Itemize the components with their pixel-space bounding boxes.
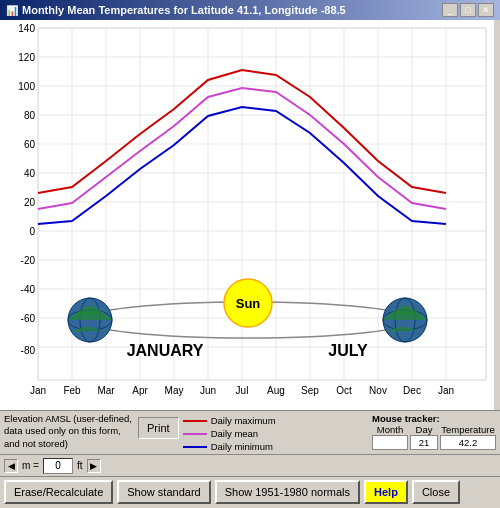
svg-text:Nov: Nov	[369, 385, 387, 396]
svg-text:80: 80	[24, 110, 36, 121]
ft-label: ft	[77, 460, 83, 471]
svg-text:140: 140	[18, 23, 35, 34]
m-input[interactable]	[43, 458, 73, 474]
minimize-button[interactable]: _	[442, 3, 458, 17]
svg-text:60: 60	[24, 139, 36, 150]
svg-text:120: 120	[18, 52, 35, 63]
svg-text:Sep: Sep	[301, 385, 319, 396]
svg-text:Aug: Aug	[267, 385, 285, 396]
button-bar: Erase/Recalculate Show standard Show 195…	[0, 476, 500, 506]
svg-text:Jan: Jan	[438, 385, 454, 396]
svg-text:-60: -60	[21, 313, 36, 324]
close-button[interactable]: Close	[412, 480, 460, 504]
svg-text:-20: -20	[21, 255, 36, 266]
month-header: Month	[372, 424, 408, 435]
window: 📊 Monthly Mean Temperatures for Latitude…	[0, 0, 500, 506]
right-globe	[383, 298, 427, 342]
help-button[interactable]: Help	[364, 480, 408, 504]
svg-text:Dec: Dec	[403, 385, 421, 396]
left-globe	[68, 298, 112, 342]
chart-svg: 140 120 100 80 60 40 20 0 -20 -40 -60 -8…	[0, 20, 494, 410]
daily-min-label: Daily minimum	[211, 441, 273, 452]
legend-daily-mean: Daily mean	[183, 428, 276, 439]
svg-text:Mar: Mar	[97, 385, 115, 396]
legend-daily-max: Daily maximum	[183, 415, 276, 426]
m-label: m =	[22, 460, 39, 471]
elevation-text: Elevation AMSL (user-defined, data used …	[4, 413, 134, 450]
daily-max-legend-line	[183, 420, 207, 422]
month-value	[372, 435, 408, 450]
erase-recalculate-button[interactable]: Erase/Recalculate	[4, 480, 113, 504]
maximize-button[interactable]: □	[460, 3, 476, 17]
chart-area: 140 120 100 80 60 40 20 0 -20 -40 -60 -8…	[0, 20, 494, 410]
svg-text:-40: -40	[21, 284, 36, 295]
january-label: JANUARY	[127, 342, 204, 359]
daily-min-legend-line	[183, 446, 207, 448]
daily-mean-label: Daily mean	[211, 428, 259, 439]
show-standard-button[interactable]: Show standard	[117, 480, 210, 504]
tracker-value-row: 21 42.2	[372, 435, 496, 450]
svg-text:40: 40	[24, 168, 36, 179]
increment-button[interactable]: ▶	[87, 459, 101, 473]
mouse-tracker: Mouse tracker: Month Day Temperature 21 …	[372, 413, 496, 450]
svg-text:Apr: Apr	[132, 385, 148, 396]
input-row: ◀ m = ft ▶	[0, 454, 500, 476]
temperature-value: 42.2	[440, 435, 496, 450]
app-icon: 📊	[6, 5, 18, 16]
sun-label: Sun	[236, 296, 261, 311]
daily-max-label: Daily maximum	[211, 415, 276, 426]
print-button[interactable]: Print	[138, 417, 179, 439]
tracker-header-row: Month Day Temperature	[372, 424, 496, 435]
day-header: Day	[410, 424, 438, 435]
mouse-tracker-label: Mouse tracker:	[372, 413, 440, 424]
svg-text:Oct: Oct	[336, 385, 352, 396]
svg-text:Jan: Jan	[30, 385, 46, 396]
svg-text:100: 100	[18, 81, 35, 92]
svg-text:May: May	[165, 385, 184, 396]
close-window-button[interactable]: ✕	[478, 3, 494, 17]
legend-daily-min: Daily minimum	[183, 441, 276, 452]
decrement-button[interactable]: ◀	[4, 459, 18, 473]
svg-text:Jul: Jul	[236, 385, 249, 396]
svg-text:Feb: Feb	[63, 385, 81, 396]
svg-text:-80: -80	[21, 345, 36, 356]
temp-header: Temperature	[440, 424, 496, 435]
day-value: 21	[410, 435, 438, 450]
svg-text:0: 0	[29, 226, 35, 237]
legend: Daily maximum Daily mean Daily minimum	[183, 415, 276, 452]
title-bar: 📊 Monthly Mean Temperatures for Latitude…	[0, 0, 500, 20]
svg-text:20: 20	[24, 197, 36, 208]
show-normals-button[interactable]: Show 1951-1980 normals	[215, 480, 360, 504]
daily-mean-legend-line	[183, 433, 207, 435]
window-title: Monthly Mean Temperatures for Latitude 4…	[22, 4, 346, 16]
july-label: JULY	[328, 342, 368, 359]
info-bar: Elevation AMSL (user-defined, data used …	[0, 410, 500, 454]
svg-text:Jun: Jun	[200, 385, 216, 396]
